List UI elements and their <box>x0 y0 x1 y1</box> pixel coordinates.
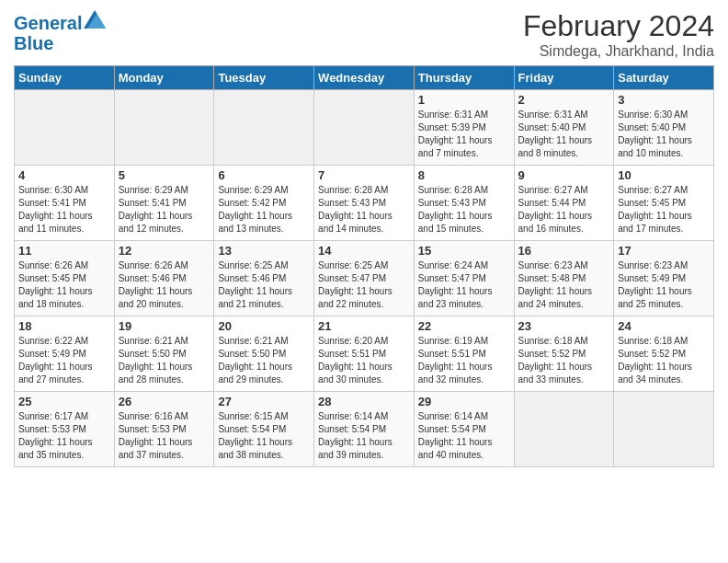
calendar-cell: 18Sunrise: 6:22 AMSunset: 5:49 PMDayligh… <box>15 316 115 392</box>
title-block: February 2024 Simdega, Jharkhand, India <box>523 9 714 60</box>
day-number: 24 <box>618 319 710 333</box>
day-number: 26 <box>119 395 210 408</box>
day-info: Sunrise: 6:20 AMSunset: 5:51 PMDaylight:… <box>318 335 410 386</box>
day-info: Sunrise: 6:18 AMSunset: 5:52 PMDaylight:… <box>618 335 710 386</box>
calendar-cell: 28Sunrise: 6:14 AMSunset: 5:54 PMDayligh… <box>314 392 415 467</box>
calendar-cell: 17Sunrise: 6:23 AMSunset: 5:49 PMDayligh… <box>614 241 714 316</box>
calendar-cell <box>614 392 714 467</box>
calendar-cell: 10Sunrise: 6:27 AMSunset: 5:45 PMDayligh… <box>614 166 714 241</box>
calendar-cell: 11Sunrise: 6:26 AMSunset: 5:45 PMDayligh… <box>15 241 115 316</box>
day-number: 17 <box>618 244 710 258</box>
day-number: 27 <box>218 395 310 408</box>
calendar-cell: 1Sunrise: 6:31 AMSunset: 5:39 PMDaylight… <box>414 90 514 166</box>
day-info: Sunrise: 6:18 AMSunset: 5:52 PMDaylight:… <box>518 335 610 386</box>
calendar-cell: 8Sunrise: 6:28 AMSunset: 5:43 PMDaylight… <box>414 166 514 241</box>
calendar-cell: 12Sunrise: 6:26 AMSunset: 5:46 PMDayligh… <box>114 241 214 316</box>
day-info: Sunrise: 6:19 AMSunset: 5:51 PMDaylight:… <box>418 335 510 386</box>
calendar-cell: 4Sunrise: 6:30 AMSunset: 5:41 PMDaylight… <box>15 166 115 241</box>
day-number: 5 <box>119 168 210 182</box>
day-info: Sunrise: 6:26 AMSunset: 5:45 PMDaylight:… <box>18 259 110 311</box>
day-info: Sunrise: 6:15 AMSunset: 5:54 PMDaylight:… <box>218 410 310 462</box>
day-info: Sunrise: 6:23 AMSunset: 5:48 PMDaylight:… <box>518 259 610 311</box>
calendar-week-5: 25Sunrise: 6:17 AMSunset: 5:53 PMDayligh… <box>15 392 714 467</box>
day-info: Sunrise: 6:14 AMSunset: 5:54 PMDaylight:… <box>318 410 410 462</box>
calendar-cell: 26Sunrise: 6:16 AMSunset: 5:53 PMDayligh… <box>114 392 214 467</box>
calendar-cell: 24Sunrise: 6:18 AMSunset: 5:52 PMDayligh… <box>614 316 714 392</box>
day-number: 3 <box>618 93 710 107</box>
day-number: 25 <box>18 395 110 408</box>
header: General Blue February 2024 Simdega, Jhar… <box>14 9 714 60</box>
day-info: Sunrise: 6:14 AMSunset: 5:54 PMDaylight:… <box>418 410 510 462</box>
day-number: 20 <box>218 319 310 333</box>
day-number: 12 <box>119 244 210 258</box>
day-info: Sunrise: 6:31 AMSunset: 5:40 PMDaylight:… <box>518 109 610 160</box>
calendar-cell: 9Sunrise: 6:27 AMSunset: 5:44 PMDaylight… <box>514 166 614 241</box>
day-info: Sunrise: 6:24 AMSunset: 5:47 PMDaylight:… <box>418 259 510 311</box>
calendar-cell: 23Sunrise: 6:18 AMSunset: 5:52 PMDayligh… <box>514 316 614 392</box>
calendar-cell: 19Sunrise: 6:21 AMSunset: 5:50 PMDayligh… <box>114 316 214 392</box>
calendar-cell: 27Sunrise: 6:15 AMSunset: 5:54 PMDayligh… <box>214 392 314 467</box>
day-number: 19 <box>119 319 210 333</box>
day-number: 4 <box>18 168 110 182</box>
day-info: Sunrise: 6:16 AMSunset: 5:53 PMDaylight:… <box>119 410 210 462</box>
calendar-week-4: 18Sunrise: 6:22 AMSunset: 5:49 PMDayligh… <box>15 316 714 392</box>
logo-text-line1: General <box>14 13 82 33</box>
day-info: Sunrise: 6:21 AMSunset: 5:50 PMDaylight:… <box>218 335 310 386</box>
logo-icon <box>84 10 106 29</box>
calendar-cell <box>314 90 415 166</box>
day-number: 13 <box>218 244 310 258</box>
calendar-cell: 29Sunrise: 6:14 AMSunset: 5:54 PMDayligh… <box>414 392 514 467</box>
calendar-cell <box>514 392 614 467</box>
header-row: Sunday Monday Tuesday Wednesday Thursday… <box>15 66 714 90</box>
calendar-cell: 21Sunrise: 6:20 AMSunset: 5:51 PMDayligh… <box>314 316 415 392</box>
day-info: Sunrise: 6:30 AMSunset: 5:41 PMDaylight:… <box>18 184 110 236</box>
calendar-week-1: 1Sunrise: 6:31 AMSunset: 5:39 PMDaylight… <box>15 90 714 166</box>
day-info: Sunrise: 6:27 AMSunset: 5:45 PMDaylight:… <box>618 184 710 236</box>
day-number: 14 <box>318 244 410 258</box>
calendar-cell <box>114 90 214 166</box>
col-friday: Friday <box>514 66 614 90</box>
col-saturday: Saturday <box>614 66 714 90</box>
day-number: 29 <box>418 395 510 408</box>
day-number: 16 <box>518 244 610 258</box>
logo: General Blue <box>14 13 106 53</box>
calendar-cell <box>214 90 314 166</box>
day-number: 1 <box>418 93 510 107</box>
calendar-body: 1Sunrise: 6:31 AMSunset: 5:39 PMDaylight… <box>15 90 714 467</box>
day-info: Sunrise: 6:29 AMSunset: 5:41 PMDaylight:… <box>119 184 210 236</box>
calendar-header: Sunday Monday Tuesday Wednesday Thursday… <box>15 66 714 90</box>
calendar-week-3: 11Sunrise: 6:26 AMSunset: 5:45 PMDayligh… <box>15 241 714 316</box>
day-info: Sunrise: 6:28 AMSunset: 5:43 PMDaylight:… <box>318 184 410 236</box>
calendar-cell: 5Sunrise: 6:29 AMSunset: 5:41 PMDaylight… <box>114 166 214 241</box>
col-thursday: Thursday <box>414 66 514 90</box>
col-monday: Monday <box>114 66 214 90</box>
calendar-table: Sunday Monday Tuesday Wednesday Thursday… <box>14 65 714 467</box>
day-number: 8 <box>418 168 510 182</box>
day-info: Sunrise: 6:25 AMSunset: 5:46 PMDaylight:… <box>218 259 310 311</box>
day-number: 7 <box>318 168 410 182</box>
calendar-cell: 7Sunrise: 6:28 AMSunset: 5:43 PMDaylight… <box>314 166 415 241</box>
day-number: 6 <box>218 168 310 182</box>
page: General Blue February 2024 Simdega, Jhar… <box>0 0 728 563</box>
day-info: Sunrise: 6:23 AMSunset: 5:49 PMDaylight:… <box>618 259 710 311</box>
calendar-cell: 6Sunrise: 6:29 AMSunset: 5:42 PMDaylight… <box>214 166 314 241</box>
day-info: Sunrise: 6:17 AMSunset: 5:53 PMDaylight:… <box>18 410 110 462</box>
col-wednesday: Wednesday <box>314 66 415 90</box>
day-number: 28 <box>318 395 410 408</box>
calendar-cell: 13Sunrise: 6:25 AMSunset: 5:46 PMDayligh… <box>214 241 314 316</box>
col-tuesday: Tuesday <box>214 66 314 90</box>
day-info: Sunrise: 6:28 AMSunset: 5:43 PMDaylight:… <box>418 184 510 236</box>
calendar-cell: 16Sunrise: 6:23 AMSunset: 5:48 PMDayligh… <box>514 241 614 316</box>
day-number: 9 <box>518 168 610 182</box>
calendar-cell: 20Sunrise: 6:21 AMSunset: 5:50 PMDayligh… <box>214 316 314 392</box>
day-info: Sunrise: 6:25 AMSunset: 5:47 PMDaylight:… <box>318 259 410 311</box>
day-number: 11 <box>18 244 110 258</box>
calendar-cell: 15Sunrise: 6:24 AMSunset: 5:47 PMDayligh… <box>414 241 514 316</box>
day-number: 15 <box>418 244 510 258</box>
day-number: 21 <box>318 319 410 333</box>
calendar-cell <box>15 90 115 166</box>
day-number: 18 <box>18 319 110 333</box>
day-info: Sunrise: 6:29 AMSunset: 5:42 PMDaylight:… <box>218 184 310 236</box>
day-info: Sunrise: 6:31 AMSunset: 5:39 PMDaylight:… <box>418 109 510 160</box>
calendar-week-2: 4Sunrise: 6:30 AMSunset: 5:41 PMDaylight… <box>15 166 714 241</box>
